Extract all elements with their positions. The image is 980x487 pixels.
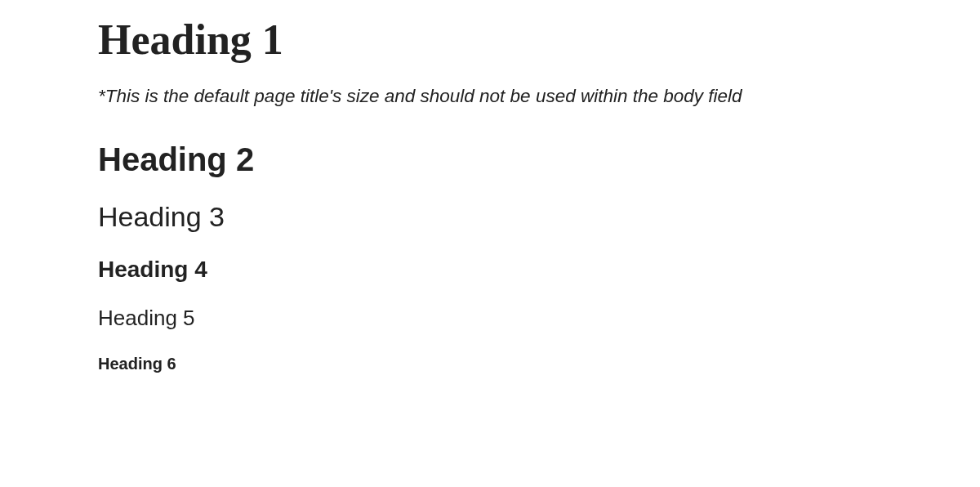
heading-4: Heading 4 bbox=[98, 257, 980, 283]
heading-5: Heading 5 bbox=[98, 306, 980, 330]
heading-1: Heading 1 bbox=[98, 16, 980, 63]
heading-6: Heading 6 bbox=[98, 355, 980, 373]
heading-2: Heading 2 bbox=[98, 141, 980, 177]
heading-1-note: *This is the default page title's size a… bbox=[98, 86, 980, 107]
heading-3: Heading 3 bbox=[98, 202, 980, 232]
